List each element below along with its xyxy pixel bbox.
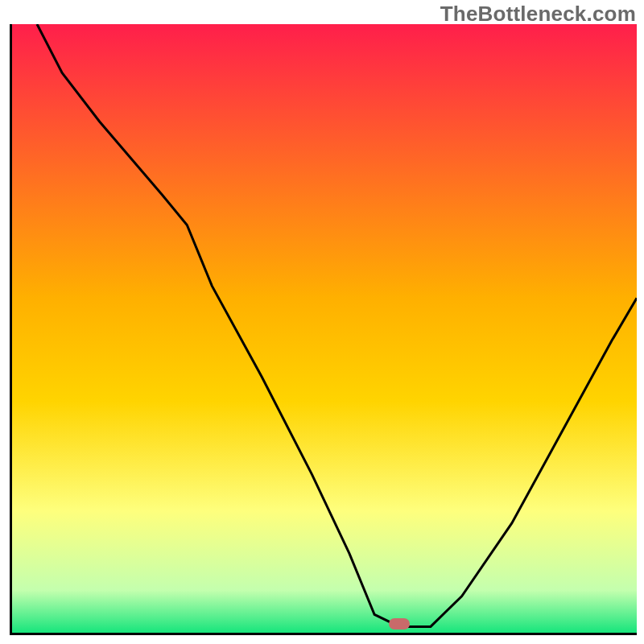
chart-frame: TheBottleneck.com [0,0,644,644]
optimum-marker [389,618,410,630]
gradient-background [12,24,637,633]
chart-svg [12,24,637,633]
watermark-text: TheBottleneck.com [440,2,636,27]
plot-area [10,24,637,635]
